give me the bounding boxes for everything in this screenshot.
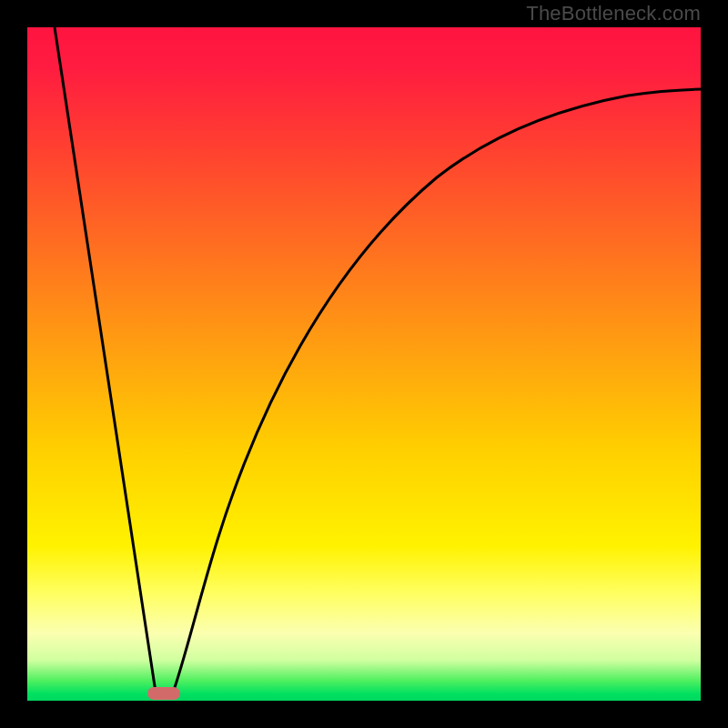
valley-marker bbox=[147, 687, 180, 700]
chart-frame: TheBottleneck.com bbox=[0, 0, 728, 728]
plot-area bbox=[27, 27, 701, 701]
watermark-text: TheBottleneck.com bbox=[526, 2, 701, 25]
curve-left-segment bbox=[55, 27, 157, 698]
curve-right-segment bbox=[171, 89, 701, 698]
bottleneck-curve bbox=[27, 27, 701, 701]
